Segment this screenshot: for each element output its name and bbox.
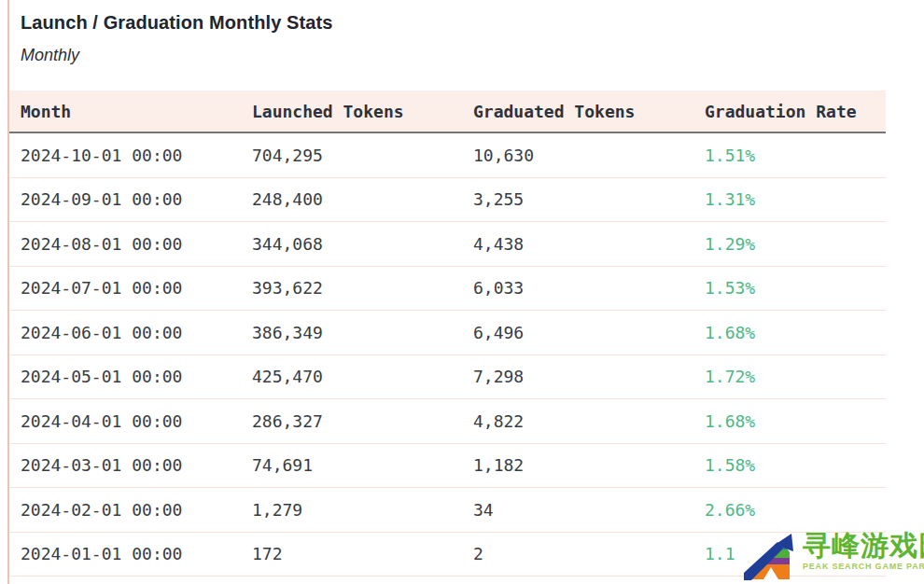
cell-launched-tokens: 425,470 — [241, 355, 462, 399]
cell-launched-tokens: 393,622 — [241, 266, 462, 311]
table-row: 2024-10-01 00:00704,29510,6301.51% — [9, 132, 886, 177]
page-subtitle: Monthly — [21, 46, 79, 65]
stats-table: MonthLaunched TokensGraduated TokensGrad… — [9, 90, 886, 577]
table-row: 2024-07-01 00:00393,6226,0331.53% — [9, 266, 886, 311]
table-row: 2024-02-01 00:001,279342.66% — [9, 488, 886, 533]
cell-graduated-tokens: 34 — [462, 488, 693, 533]
cell-graduated-tokens: 6,496 — [462, 311, 693, 355]
monthly-stats-table: MonthLaunched TokensGraduated TokensGrad… — [9, 90, 886, 577]
cell-graduation-rate: 2.66% — [693, 488, 886, 533]
cell-month: 2024-10-01 00:00 — [9, 132, 241, 177]
cell-graduation-rate: 1.29% — [693, 222, 886, 267]
cell-launched-tokens: 344,068 — [241, 222, 462, 267]
column-header: Launched Tokens — [241, 90, 462, 132]
cell-month: 2024-08-01 00:00 — [9, 222, 241, 267]
cell-month: 2024-07-01 00:00 — [9, 266, 241, 311]
table-header-row: MonthLaunched TokensGraduated TokensGrad… — [9, 90, 886, 132]
cell-launched-tokens: 248,400 — [241, 177, 462, 222]
cell-month: 2024-05-01 00:00 — [9, 355, 241, 399]
cell-graduated-tokens: 7,298 — [462, 355, 693, 399]
table-row: 2024-05-01 00:00425,4707,2981.72% — [9, 355, 886, 399]
cell-graduation-rate: 1.68% — [693, 399, 886, 444]
cell-graduation-rate: 1.58% — [693, 443, 886, 488]
watermark-text: 寻峰游戏园 PEAK SEARCH GAME PARK — [803, 531, 924, 571]
cell-launched-tokens: 286,327 — [241, 399, 462, 444]
cell-graduated-tokens: 1,182 — [462, 443, 693, 488]
cell-graduation-rate: 1.31% — [693, 177, 886, 222]
column-header: Graduation Rate — [693, 90, 886, 132]
cell-graduation-rate: 1.72% — [693, 355, 886, 399]
cell-month: 2024-09-01 00:00 — [9, 177, 241, 222]
watermark: 寻峰游戏园 PEAK SEARCH GAME PARK — [744, 531, 924, 580]
column-header: Month — [9, 90, 241, 132]
cell-graduated-tokens: 4,438 — [462, 222, 693, 267]
cell-month: 2024-04-01 00:00 — [9, 399, 241, 444]
table-row: 2024-08-01 00:00344,0684,4381.29% — [9, 222, 886, 267]
table-row: 2024-03-01 00:0074,6911,1821.58% — [9, 443, 886, 488]
brand-subtitle: PEAK SEARCH GAME PARK — [803, 563, 924, 571]
cell-graduated-tokens: 3,255 — [462, 177, 693, 222]
table-row: 2024-04-01 00:00286,3274,8221.68% — [9, 399, 886, 444]
cell-launched-tokens: 1,279 — [241, 488, 462, 533]
table-row: 2024-06-01 00:00386,3496,4961.68% — [9, 311, 886, 355]
cell-graduated-tokens: 2 — [462, 532, 693, 577]
cell-graduation-rate: 1.53% — [693, 266, 886, 311]
column-header: Graduated Tokens — [462, 90, 693, 132]
cell-launched-tokens: 386,349 — [241, 311, 462, 355]
cell-month: 2024-01-01 00:00 — [9, 532, 241, 577]
cell-graduated-tokens: 6,033 — [462, 266, 693, 311]
cell-graduation-rate: 1.68% — [693, 311, 886, 355]
cell-graduated-tokens: 10,630 — [462, 132, 693, 177]
cell-graduated-tokens: 4,822 — [462, 399, 693, 444]
table-row: 2024-09-01 00:00248,4003,2551.31% — [9, 177, 886, 222]
cell-launched-tokens: 74,691 — [241, 443, 462, 488]
cell-month: 2024-03-01 00:00 — [9, 443, 241, 488]
brand-title: 寻峰游戏园 — [803, 531, 924, 561]
cell-launched-tokens: 704,295 — [241, 132, 462, 177]
cell-graduation-rate: 1.51% — [693, 132, 886, 177]
page-title: Launch / Graduation Monthly Stats — [21, 12, 332, 34]
cell-month: 2024-02-01 00:00 — [9, 488, 241, 533]
mountain-arrow-logo-icon — [744, 534, 798, 580]
cell-month: 2024-06-01 00:00 — [9, 311, 241, 355]
cell-launched-tokens: 172 — [241, 532, 462, 577]
